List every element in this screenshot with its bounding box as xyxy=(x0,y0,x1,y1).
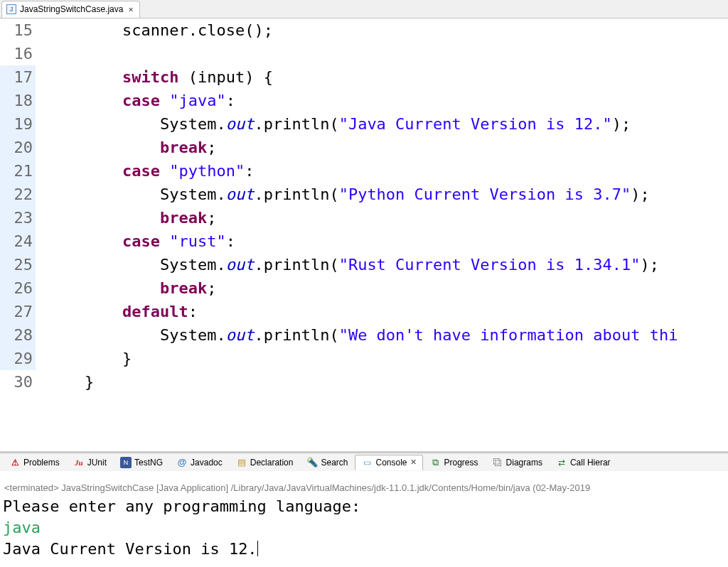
code-line[interactable]: System.out.println("Java Current Version… xyxy=(43,112,728,136)
callh-icon: ⇄ xyxy=(556,457,567,468)
view-tab-callh[interactable]: ⇄Call Hierar xyxy=(550,455,617,470)
code-line[interactable]: default: xyxy=(43,300,728,323)
console-output[interactable]: Please enter any programming language:ja… xyxy=(3,496,725,560)
progress-icon: ⧉ xyxy=(430,457,441,468)
line-number: 21 xyxy=(0,159,36,183)
junit-icon: Ju xyxy=(73,457,85,468)
line-number: 25 xyxy=(0,253,36,276)
view-tab-diagrams[interactable]: ⿻Diagrams xyxy=(486,455,549,470)
view-tab-label: JUnit xyxy=(87,458,107,468)
code-line[interactable]: System.out.println("We don't have inform… xyxy=(43,323,728,347)
view-tab-problems[interactable]: ⚠Problems xyxy=(3,455,66,470)
line-number: 22 xyxy=(0,183,36,206)
java-file-icon: J xyxy=(6,4,16,14)
view-tab-label: Console xyxy=(375,458,407,468)
code-line[interactable]: case "rust": xyxy=(43,230,728,253)
line-number: 26 xyxy=(0,276,36,300)
line-number-gutter: 15161718192021222324252627282930 xyxy=(0,18,43,451)
editor-tab-active[interactable]: J JavaStringSwitchCase.java ✕ xyxy=(1,1,140,18)
line-number: 16 xyxy=(0,42,36,65)
console-user-input: java xyxy=(3,517,725,539)
line-number: 19 xyxy=(0,112,36,136)
code-line[interactable]: switch (input) { xyxy=(43,65,728,89)
view-tab-label: Diagrams xyxy=(506,458,542,468)
line-number: 23 xyxy=(0,206,36,230)
testng-icon: N xyxy=(120,457,132,468)
view-tab-declaration[interactable]: ▤Declaration xyxy=(230,455,300,470)
line-number: 28 xyxy=(0,323,36,347)
view-tab-console[interactable]: ▭Console ✕ xyxy=(355,455,422,470)
search-icon: 🔦 xyxy=(306,457,318,468)
view-tab-label: Call Hierar xyxy=(570,458,611,468)
code-editor[interactable]: 15161718192021222324252627282930 scanner… xyxy=(0,18,728,453)
declaration-icon: ▤ xyxy=(236,457,247,468)
code-area[interactable]: scanner.close(); switch (input) { case "… xyxy=(43,18,728,451)
problems-icon: ⚠ xyxy=(9,457,21,468)
view-tab-label: Progress xyxy=(444,458,478,468)
code-line[interactable]: break; xyxy=(43,276,728,300)
line-number: 15 xyxy=(0,18,36,42)
code-line[interactable]: break; xyxy=(43,136,728,159)
line-number: 18 xyxy=(0,89,36,112)
code-line[interactable]: } xyxy=(43,347,728,370)
code-line[interactable]: } xyxy=(43,370,728,394)
line-number: 27 xyxy=(0,300,36,323)
view-tab-label: Problems xyxy=(23,458,60,468)
view-tab-progress[interactable]: ⧉Progress xyxy=(424,455,485,470)
console-view: <terminated> JavaStringSwitchCase [Java … xyxy=(0,471,728,567)
javadoc-icon: @ xyxy=(176,457,188,468)
code-line[interactable] xyxy=(43,42,728,65)
line-number: 29 xyxy=(0,347,36,370)
console-line: Java Current Version is 12. xyxy=(3,539,725,560)
view-tab-label: Declaration xyxy=(250,458,294,468)
view-tab-label: Search xyxy=(321,458,348,468)
view-tab-label: Javadoc xyxy=(191,458,223,468)
editor-tab-filename: JavaStringSwitchCase.java xyxy=(20,4,123,14)
view-tab-label: TestNG xyxy=(134,458,163,468)
close-icon[interactable]: ✕ xyxy=(127,4,134,14)
diagrams-icon: ⿻ xyxy=(492,457,503,468)
console-line: Please enter any programming language: xyxy=(3,496,725,517)
code-line[interactable]: System.out.println("Python Current Versi… xyxy=(43,183,728,206)
view-tab-junit[interactable]: JuJUnit xyxy=(67,455,113,470)
console-process-label: <terminated> JavaStringSwitchCase [Java … xyxy=(3,475,725,496)
code-line[interactable]: case "java": xyxy=(43,89,728,112)
code-line[interactable]: case "python": xyxy=(43,159,728,183)
line-number: 24 xyxy=(0,230,36,253)
code-line[interactable]: scanner.close(); xyxy=(43,18,728,42)
editor-tabbar: J JavaStringSwitchCase.java ✕ xyxy=(0,0,728,18)
line-number: 17 xyxy=(0,65,36,89)
code-line[interactable]: break; xyxy=(43,206,728,230)
code-line[interactable]: System.out.println("Rust Current Version… xyxy=(43,253,728,276)
view-tabbar: ⚠ProblemsJuJUnitNTestNG@Javadoc▤Declarat… xyxy=(0,453,728,471)
view-tab-search[interactable]: 🔦Search xyxy=(300,455,354,470)
view-tab-javadoc[interactable]: @Javadoc xyxy=(170,455,229,470)
close-icon[interactable]: ✕ xyxy=(410,458,417,467)
line-number: 30 xyxy=(0,370,36,394)
text-caret xyxy=(257,541,258,556)
console-icon: ▭ xyxy=(361,457,373,468)
line-number: 20 xyxy=(0,136,36,159)
view-tab-testng[interactable]: NTestNG xyxy=(114,455,169,470)
